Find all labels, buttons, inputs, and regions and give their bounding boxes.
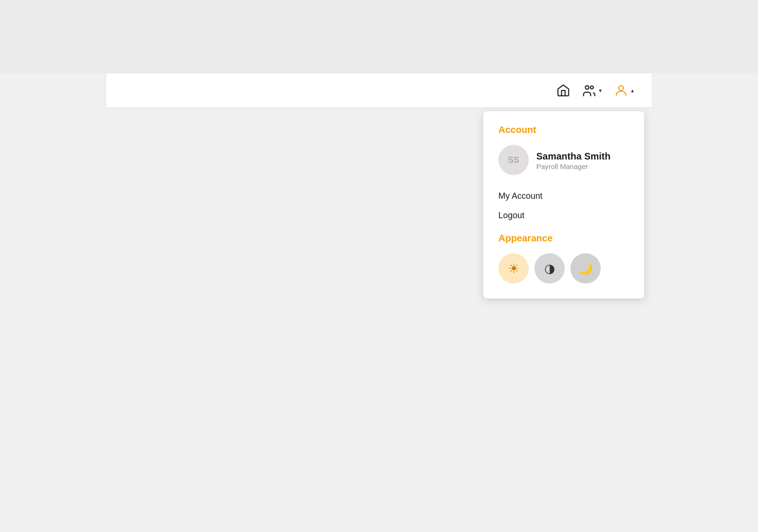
avatar-initials: SS <box>508 155 519 165</box>
team-chevron-down-icon: ▼ <box>598 88 603 93</box>
logout-button[interactable]: Logout <box>498 206 629 225</box>
user-info: SS Samantha Smith Payroll Manager <box>498 145 629 175</box>
my-account-button[interactable]: My Account <box>498 186 629 206</box>
svg-point-0 <box>586 86 589 89</box>
user-chevron-up-icon: ▲ <box>630 88 635 93</box>
sun-icon: ☀ <box>508 261 520 276</box>
contrast-theme-button[interactable]: ◑ <box>534 253 565 284</box>
nav-icons: ▼ ▲ <box>554 81 637 99</box>
team-button[interactable]: ▼ <box>580 81 605 99</box>
light-theme-button[interactable]: ☀ <box>498 253 529 284</box>
svg-point-1 <box>590 86 593 89</box>
user-role: Payroll Manager <box>536 162 611 170</box>
team-icon <box>582 83 596 98</box>
account-section-title: Account <box>498 124 629 135</box>
user-name: Samantha Smith <box>536 150 611 162</box>
home-icon <box>556 83 570 98</box>
dark-theme-button[interactable]: 🌙 <box>570 253 601 284</box>
moon-icon: 🌙 <box>578 262 593 275</box>
contrast-icon: ◑ <box>544 261 555 276</box>
user-profile-button[interactable]: ▲ <box>612 81 637 99</box>
svg-point-2 <box>619 86 623 90</box>
theme-buttons: ☀ ◑ 🌙 <box>498 253 629 284</box>
account-dropdown: Account SS Samantha Smith Payroll Manage… <box>483 111 644 299</box>
appearance-section-title: Appearance <box>498 233 629 244</box>
top-gray-area <box>0 0 758 73</box>
user-icon <box>614 83 628 98</box>
user-details: Samantha Smith Payroll Manager <box>536 150 611 170</box>
navbar: ▼ ▲ <box>106 73 652 107</box>
home-button[interactable] <box>554 81 572 99</box>
avatar: SS <box>498 145 529 175</box>
